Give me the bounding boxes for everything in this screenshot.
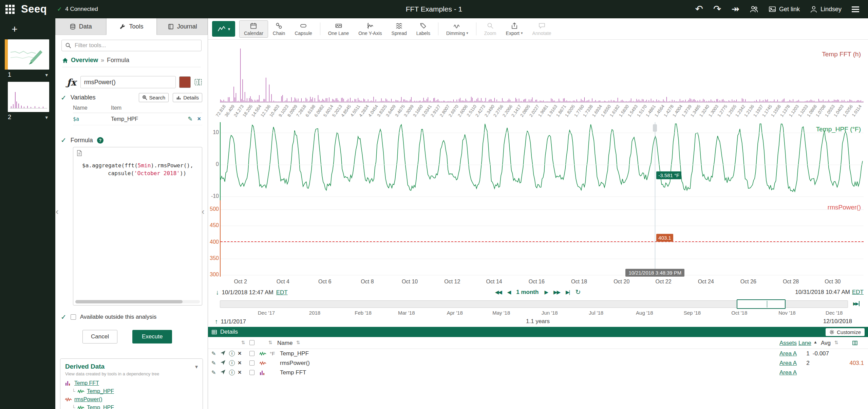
sort-icon[interactable]: ⇅ <box>241 340 245 345</box>
cancel-button[interactable]: Cancel <box>82 330 117 343</box>
rmspower-lane[interactable]: rmsPower() 500450400350300 <box>220 200 864 277</box>
remove-icon[interactable]: × <box>238 359 242 367</box>
toolbar-capsule-button[interactable]: Capsule <box>290 20 317 38</box>
send-icon[interactable] <box>220 369 226 375</box>
worksheet-thumb-1[interactable]: 1 ▾ <box>8 39 49 78</box>
step-forward-double-icon[interactable]: ▶▶ <box>553 289 560 295</box>
collapse-worksheets-icon[interactable]: ‹ <box>56 207 59 216</box>
edit-icon[interactable]: ✎ <box>211 350 216 357</box>
select-all-checkbox[interactable] <box>249 340 254 345</box>
step-forward-icon[interactable]: ▶ <box>544 289 548 295</box>
send-icon[interactable] <box>220 350 226 356</box>
breadcrumb-overview-link[interactable]: Overview <box>71 57 98 64</box>
fft-lane[interactable]: Temp FFT (h) <box>220 47 864 103</box>
step-back-icon[interactable]: ◀ <box>507 289 511 295</box>
refresh-icon[interactable]: ↻ <box>575 288 581 296</box>
row-checkbox[interactable] <box>249 370 254 375</box>
step-back-double-icon[interactable]: ◀◀ <box>495 289 502 295</box>
info-icon[interactable]: i <box>229 370 235 375</box>
timeline-selection[interactable] <box>737 299 786 309</box>
edit-icon[interactable]: ✎ <box>211 360 216 366</box>
timeline-now-icon[interactable]: ▶▶ <box>853 301 860 306</box>
customize-button[interactable]: Customize <box>826 328 865 336</box>
toolbar-export-button[interactable]: Export▾ <box>501 20 528 38</box>
available-checkbox[interactable] <box>71 314 76 320</box>
layout-panels-icon[interactable] <box>194 78 202 86</box>
toolbar-labels-button[interactable]: Labels <box>412 20 435 38</box>
temp-hpf-series-label[interactable]: Temp_HPF (°F) <box>816 126 861 133</box>
toolbar-zoom-button[interactable]: Zoom <box>479 20 501 38</box>
asset-link[interactable]: Area A <box>779 350 797 357</box>
asset-link[interactable]: Area A <box>779 360 797 367</box>
filter-tools-input[interactable] <box>61 40 202 51</box>
home-icon[interactable] <box>62 57 68 63</box>
toolbar-one-y-axis-button[interactable]: One Y-Axis <box>354 20 386 38</box>
collapse-tools-panel-icon[interactable]: ‹ <box>202 207 205 216</box>
item-color-swatch[interactable] <box>179 76 191 88</box>
item-name[interactable]: Temp FFT <box>280 369 306 376</box>
info-icon[interactable]: i <box>229 360 235 366</box>
formula-editor[interactable]: $a.aggregate(fft(5min).rmsPower(), capsu… <box>73 147 202 305</box>
column-avg-header[interactable]: Avg <box>821 340 831 347</box>
step-to-end-icon[interactable]: ▶| <box>566 289 569 295</box>
rmspower-series-label[interactable]: rmsPower() <box>828 204 861 211</box>
info-icon[interactable]: i <box>229 351 235 356</box>
add-worksheet-button[interactable]: + <box>8 23 21 36</box>
apps-grid-button[interactable] <box>0 0 20 18</box>
derived-item-link[interactable]: Temp FFT <box>74 380 99 386</box>
row-checkbox[interactable] <box>249 360 254 366</box>
sort-icon[interactable]: ⇅ <box>296 340 300 345</box>
get-link-button[interactable]: Get link <box>769 6 800 13</box>
users-icon[interactable] <box>750 5 758 13</box>
search-variables-button[interactable]: Search <box>139 93 169 102</box>
sort-icon[interactable]: ⇅ <box>834 340 838 345</box>
user-menu[interactable]: Lindsey <box>810 5 842 13</box>
toolbar-calendar-button[interactable]: Calendar <box>239 20 268 38</box>
toolbar-one-lane-button[interactable]: One Lane <box>323 20 354 38</box>
toolbar-spread-button[interactable]: Spread <box>387 20 412 38</box>
send-icon[interactable] <box>220 360 226 365</box>
timeline-end-date[interactable]: 12/10/2018 <box>823 318 852 325</box>
tab-data[interactable]: Data <box>55 18 106 35</box>
tab-journal[interactable]: Journal <box>157 18 208 35</box>
help-icon[interactable]: ? <box>97 137 103 144</box>
charts-area[interactable]: Temp FFT (h) 72.81836.40924.27318.20514.… <box>208 40 868 287</box>
undo-icon[interactable]: ↶ <box>695 4 703 14</box>
worksheet-preview[interactable] <box>8 82 49 112</box>
sort-asc-icon[interactable]: ▲ <box>813 340 817 345</box>
edit-icon[interactable]: ✎ <box>211 369 216 376</box>
range-duration-button[interactable]: 1 month <box>516 289 539 296</box>
toolbar-annotate-button[interactable]: Annotate <box>528 20 556 38</box>
timeline-start-date[interactable]: 11/1/2017 <box>221 318 246 325</box>
worksheet-menu-caret-icon[interactable]: ▾ <box>45 114 48 120</box>
menu-icon[interactable] <box>852 6 859 12</box>
edit-variable-icon[interactable]: ✎ <box>188 115 192 123</box>
remove-icon[interactable]: × <box>238 350 242 357</box>
formula-name-input[interactable] <box>80 76 176 88</box>
redo-icon[interactable]: ↷ <box>713 4 721 14</box>
remove-variable-icon[interactable]: × <box>197 115 201 123</box>
timeline-duration[interactable]: 1.1 years <box>526 318 550 325</box>
column-assets-header[interactable]: Assets <box>779 340 797 347</box>
toolbar-chain-button[interactable]: Chain <box>268 20 290 38</box>
editor-scrollbar-thumb[interactable] <box>75 300 183 303</box>
toolbar-dimming-button[interactable]: Dimming▾ <box>441 20 473 38</box>
details-variables-button[interactable]: Details <box>173 93 202 102</box>
range-start-value[interactable]: 10/1/2018 12:47 AM <box>222 289 273 296</box>
row-checkbox[interactable] <box>249 351 254 356</box>
formula-code[interactable]: $a.aggregate(fft(5min).rmsPower(), capsu… <box>73 147 202 177</box>
remove-icon[interactable]: × <box>238 369 242 376</box>
column-lane-header[interactable]: Lane <box>798 340 811 347</box>
timezone-link[interactable]: EDT <box>276 289 288 296</box>
sort-icon[interactable]: ⇅ <box>268 340 272 345</box>
worksheet-preview[interactable] <box>8 39 49 70</box>
timeline-track[interactable] <box>220 300 848 308</box>
collapse-caret-icon[interactable]: ▾ <box>195 364 198 370</box>
forward-history-icon[interactable]: ↠ <box>731 4 739 14</box>
worksheet-thumb-2[interactable]: 2 ▾ <box>8 82 49 121</box>
execute-button[interactable]: Execute <box>132 330 172 343</box>
fft-series-label[interactable]: Temp FFT (h) <box>822 51 861 58</box>
trend-view-button[interactable]: ▾ <box>212 21 235 37</box>
derived-item-link[interactable]: rmsPower() <box>74 396 102 403</box>
derived-item-link[interactable]: Temp_HPF <box>87 388 114 394</box>
